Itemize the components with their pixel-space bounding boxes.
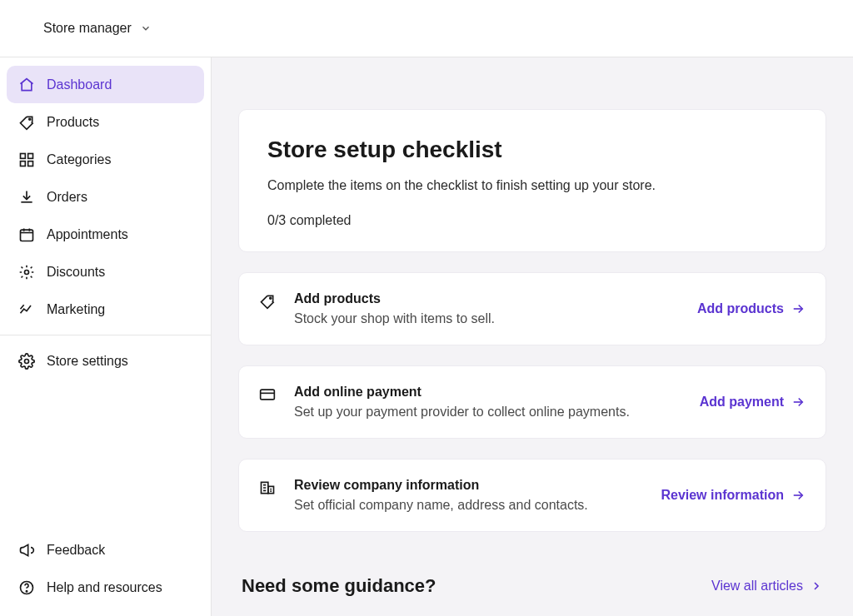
svg-rect-11	[261, 390, 275, 400]
task-company-info: Review company information Set official …	[238, 459, 826, 532]
arrow-right-icon	[791, 395, 806, 410]
svg-rect-2	[28, 153, 33, 158]
sidebar-item-categories[interactable]: Categories	[7, 141, 204, 178]
credit-card-icon	[259, 385, 279, 403]
checklist-progress: 0/3 completed	[267, 213, 797, 228]
sidebar-item-label: Orders	[47, 190, 87, 205]
sidebar-item-help[interactable]: Help and resources	[7, 569, 204, 606]
settings-icon	[18, 353, 35, 370]
sidebar-item-feedback[interactable]: Feedback	[7, 531, 204, 569]
sidebar-item-appointments[interactable]: Appointments	[7, 216, 204, 253]
arrow-right-icon	[791, 488, 806, 503]
sidebar-item-label: Appointments	[47, 227, 128, 242]
task-action-label: Review information	[661, 488, 784, 503]
task-title: Add online payment	[294, 385, 685, 400]
checklist-header-card: Store setup checklist Complete the items…	[238, 109, 826, 252]
tag-icon	[259, 291, 279, 310]
arrow-right-icon	[791, 301, 806, 316]
store-name: Store manager	[43, 21, 132, 36]
download-icon	[18, 189, 35, 206]
svg-rect-3	[21, 161, 26, 166]
store-switcher[interactable]: Store manager	[43, 21, 152, 36]
task-desc: Stock your shop with items to sell.	[294, 311, 682, 326]
building-icon	[259, 478, 279, 496]
task-add-products: Add products Stock your shop with items …	[238, 272, 826, 345]
topbar: Store manager	[0, 0, 853, 57]
add-products-button[interactable]: Add products	[697, 301, 806, 316]
sidebar-item-label: Products	[47, 115, 99, 130]
sidebar-item-label: Help and resources	[47, 580, 162, 595]
sidebar: Dashboard Products Categories Orders	[0, 57, 212, 616]
task-desc: Set official company name, address and c…	[294, 498, 646, 513]
task-title: Review company information	[294, 478, 646, 493]
help-icon	[18, 579, 35, 596]
sidebar-item-label: Discounts	[47, 265, 105, 280]
megaphone-icon	[18, 542, 35, 559]
task-add-payment: Add online payment Set up your payment p…	[238, 365, 826, 439]
chevron-down-icon	[140, 22, 152, 34]
add-payment-button[interactable]: Add payment	[700, 395, 806, 410]
sidebar-item-discounts[interactable]: Discounts	[7, 253, 204, 291]
sidebar-item-products[interactable]: Products	[7, 103, 204, 141]
guidance-link-label: View all articles	[711, 579, 803, 594]
svg-rect-4	[28, 161, 33, 166]
sidebar-item-label: Dashboard	[47, 77, 112, 92]
review-info-button[interactable]: Review information	[661, 488, 806, 503]
sidebar-item-label: Marketing	[47, 302, 105, 317]
gear-icon	[18, 264, 35, 281]
task-desc: Set up your payment provider to collect …	[294, 405, 685, 420]
svg-point-0	[29, 118, 31, 120]
view-all-articles-link[interactable]: View all articles	[711, 579, 823, 594]
sidebar-item-marketing[interactable]: Marketing	[7, 291, 204, 328]
svg-point-10	[270, 297, 272, 299]
svg-point-6	[25, 270, 29, 274]
checklist-title: Store setup checklist	[267, 137, 797, 163]
task-title: Add products	[294, 291, 682, 306]
calendar-icon	[18, 226, 35, 243]
grid-icon	[18, 152, 35, 168]
home-icon	[18, 77, 35, 93]
sidebar-item-dashboard[interactable]: Dashboard	[7, 66, 204, 103]
chevron-right-icon	[810, 579, 823, 593]
main-content: Store setup checklist Complete the items…	[212, 57, 853, 616]
sidebar-item-settings[interactable]: Store settings	[7, 342, 204, 380]
guidance-title: Need some guidance?	[242, 575, 436, 597]
task-action-label: Add products	[697, 301, 784, 316]
svg-point-7	[25, 359, 29, 363]
sidebar-item-label: Categories	[47, 152, 111, 167]
svg-point-9	[26, 590, 27, 591]
task-action-label: Add payment	[700, 395, 784, 410]
trend-icon	[18, 301, 35, 318]
sidebar-item-label: Store settings	[47, 354, 128, 369]
checklist-subtitle: Complete the items on the checklist to f…	[267, 178, 797, 193]
svg-rect-5	[21, 230, 33, 241]
sidebar-item-orders[interactable]: Orders	[7, 178, 204, 216]
divider	[0, 335, 211, 335]
svg-rect-1	[21, 153, 26, 158]
sidebar-item-label: Feedback	[47, 543, 105, 558]
guidance-section: Need some guidance? View all articles	[238, 552, 826, 604]
tag-icon	[18, 114, 35, 131]
